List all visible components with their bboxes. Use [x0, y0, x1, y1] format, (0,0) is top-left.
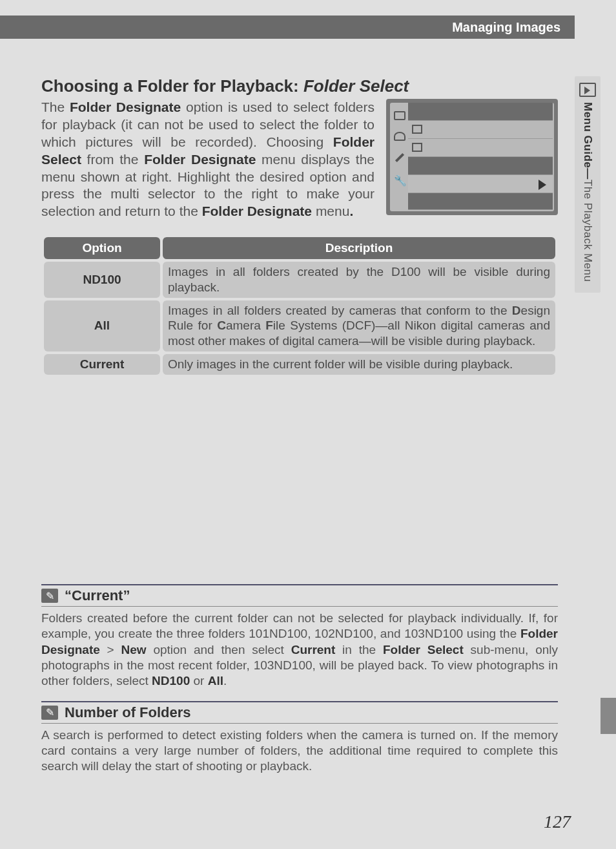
playback-menu-icon: [394, 111, 406, 120]
pencil-menu-icon: [395, 153, 404, 162]
intro-paragraph: The Folder Designate option is used to s…: [41, 99, 375, 220]
table-row: All Images in all folders created by cam…: [44, 300, 555, 351]
header-bar: Managing Images: [0, 16, 575, 39]
camera-menu-screenshot: 🔧: [386, 99, 558, 215]
side-tab: Menu Guide—The Playback Menu: [575, 76, 601, 293]
thumb-index-marker: [601, 698, 616, 734]
folder-icon: [412, 125, 422, 134]
note-title: “Current”: [65, 587, 130, 604]
desc-cell: Images in all folders created by cameras…: [163, 300, 555, 351]
chevron-right-icon: [539, 180, 546, 190]
note-folders: ✎ Number of Folders A search is performe…: [41, 701, 558, 775]
table-row: ND100 Images in all folders created by t…: [44, 262, 555, 298]
menu-item-row: [408, 121, 553, 139]
menu-item-selected: [408, 175, 553, 193]
main-content: Choosing a Folder for Playback: Folder S…: [41, 76, 558, 377]
notes-area: ✎ “Current” Folders created before the c…: [41, 572, 558, 775]
menu-title-row: [408, 103, 553, 121]
col-option: Option: [44, 237, 160, 259]
table-row: Current Only images in the current folde…: [44, 354, 555, 375]
menu-section-row: [408, 157, 553, 175]
breadcrumb: Managing Images: [452, 20, 575, 35]
desc-cell: Images in all folders created by the D10…: [163, 262, 555, 298]
folder-open-icon: [412, 143, 422, 152]
option-cell: Current: [44, 354, 160, 375]
section-heading: Choosing a Folder for Playback: Folder S…: [41, 76, 558, 96]
col-description: Description: [163, 237, 555, 259]
option-cell: ND100: [44, 262, 160, 298]
side-tab-label: Menu Guide—The Playback Menu: [581, 102, 594, 282]
note-body: A search is performed to detect existing…: [41, 724, 558, 775]
playback-icon: [579, 83, 596, 97]
option-cell: All: [44, 300, 160, 351]
options-table: Option Description ND100 Images in all f…: [41, 235, 558, 377]
desc-cell: Only images in the current folder will b…: [163, 354, 555, 375]
wrench-menu-icon: 🔧: [394, 174, 406, 183]
pencil-icon: ✎: [41, 706, 58, 720]
camera-menu-icon: [394, 132, 406, 141]
note-title: Number of Folders: [65, 704, 191, 721]
note-current: ✎ “Current” Folders created before the c…: [41, 584, 558, 689]
menu-footer-row: [408, 193, 553, 210]
pencil-icon: ✎: [41, 589, 58, 603]
note-body: Folders created before the current folde…: [41, 607, 558, 689]
menu-item-row: [408, 139, 553, 157]
page-number: 127: [544, 812, 571, 832]
